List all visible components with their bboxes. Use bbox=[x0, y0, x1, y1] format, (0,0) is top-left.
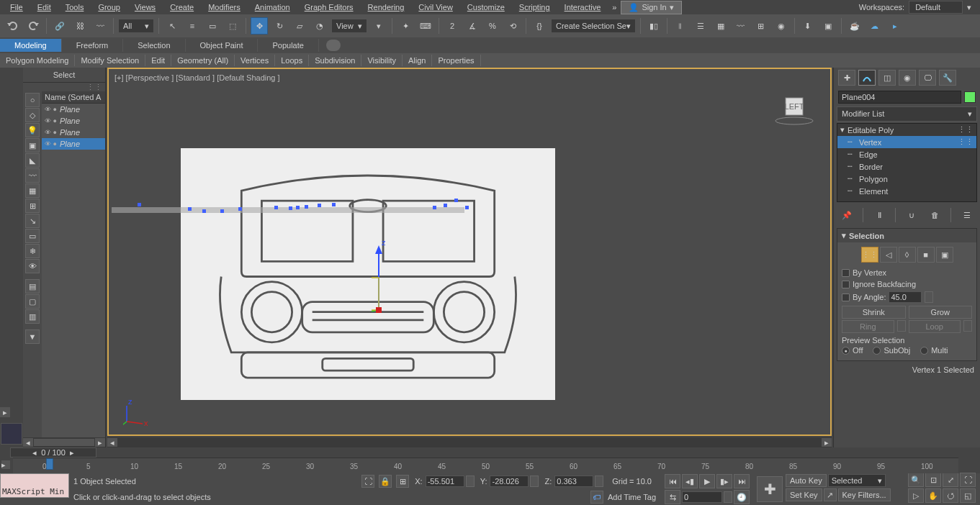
viewport-hscroll[interactable]: ◂ ▸ bbox=[107, 437, 832, 447]
time-config-button[interactable]: 🕘 bbox=[734, 490, 750, 504]
selection-rollout-header[interactable]: ▾Selection bbox=[837, 229, 976, 242]
vertex-point[interactable] bbox=[289, 206, 292, 210]
make-unique-button[interactable]: ∪ bbox=[904, 208, 919, 222]
stack-sub-border[interactable]: ┄Border bbox=[837, 160, 976, 173]
remove-modifier-button[interactable]: 🗑 bbox=[927, 208, 942, 222]
display-spacewarps-icon[interactable]: 〰 bbox=[25, 168, 40, 183]
utilities-tab[interactable]: 🔧 bbox=[939, 70, 956, 86]
layer-explorer-button[interactable]: ☰ bbox=[692, 17, 709, 35]
menu-create[interactable]: Create bbox=[163, 1, 201, 13]
display-invert-icon[interactable]: ▥ bbox=[25, 309, 40, 324]
prev-frame-icon[interactable]: ◂ bbox=[31, 449, 38, 456]
subobj-border-button[interactable]: ◊ bbox=[899, 247, 916, 263]
curve-editor-button[interactable]: 〰 bbox=[732, 17, 750, 35]
edit-named-sel-button[interactable]: {} bbox=[531, 17, 548, 35]
unlink-button[interactable]: ⛓ bbox=[71, 17, 89, 35]
workspaces-value[interactable]: Default bbox=[909, 1, 963, 14]
visibility-icon[interactable]: 👁 ● bbox=[45, 106, 57, 113]
spinner-snap-button[interactable]: ⟲ bbox=[504, 17, 521, 35]
next-frame-icon[interactable]: ▸ bbox=[68, 449, 76, 456]
menu-edit[interactable]: Edit bbox=[30, 1, 58, 13]
subobj-edge-button[interactable]: ◁ bbox=[880, 247, 897, 263]
show-end-result-button[interactable]: Ⅱ bbox=[872, 208, 886, 222]
named-selection-set[interactable]: Create Selection Se▾ bbox=[551, 19, 636, 33]
object-color-swatch[interactable] bbox=[964, 91, 976, 103]
display-lights-icon[interactable]: 💡 bbox=[25, 123, 40, 137]
x-coord-input[interactable]: X: bbox=[413, 476, 474, 487]
redo-button[interactable] bbox=[24, 17, 42, 35]
menu-customize[interactable]: Customize bbox=[460, 1, 512, 13]
preview-off-radio[interactable] bbox=[842, 347, 850, 355]
stack-sub-edge[interactable]: ┄Edge bbox=[837, 148, 976, 160]
display-all-icon[interactable]: ▤ bbox=[25, 279, 40, 294]
key-filters-button[interactable]: Key Filters... bbox=[838, 488, 891, 501]
select-move-button[interactable]: ✥ bbox=[251, 17, 268, 35]
render-setup-button[interactable]: ⬇ bbox=[799, 17, 817, 35]
menu-civil-view[interactable]: Civil View bbox=[411, 1, 459, 13]
ribbon-panel-vertices[interactable]: Vertices bbox=[235, 55, 275, 66]
display-xrefs-icon[interactable]: ⊞ bbox=[25, 199, 40, 213]
zoom-extents-all-button[interactable]: ⛶ bbox=[960, 473, 976, 487]
visibility-icon[interactable]: 👁 ● bbox=[45, 140, 57, 147]
ribbon-panel-edit[interactable]: Edit bbox=[145, 55, 171, 66]
align-button[interactable]: ⫴ bbox=[672, 17, 689, 35]
scene-item[interactable]: 👁 ●Plane bbox=[42, 115, 105, 127]
scene-column-header[interactable]: Name (Sorted A bbox=[42, 91, 105, 104]
zoom-all-button[interactable]: ⊡ bbox=[925, 473, 941, 487]
visibility-icon[interactable]: 👁 ● bbox=[45, 129, 57, 136]
vertex-point[interactable] bbox=[238, 207, 242, 211]
display-tab[interactable]: 🖵 bbox=[919, 70, 936, 86]
object-name-input[interactable] bbox=[838, 91, 961, 104]
selection-lock-button[interactable]: 🔒 bbox=[379, 475, 392, 488]
z-coord-input[interactable]: Z: bbox=[543, 476, 603, 487]
ribbon-tab-freeform[interactable]: Freeform bbox=[62, 39, 124, 52]
vertex-point[interactable] bbox=[274, 206, 278, 209]
vertex-point[interactable] bbox=[138, 203, 141, 206]
ignore-backfacing-checkbox[interactable]: Ignore Backfacing bbox=[842, 278, 972, 290]
key-settings-button[interactable]: ↗ bbox=[824, 488, 837, 501]
vertex-point[interactable] bbox=[318, 204, 321, 207]
modify-tab[interactable] bbox=[858, 70, 876, 86]
vertex-point[interactable] bbox=[188, 207, 192, 211]
display-groups-icon[interactable]: ▦ bbox=[25, 183, 40, 198]
angle-snap-button[interactable]: ∡ bbox=[464, 17, 481, 35]
vertex-point[interactable] bbox=[202, 209, 206, 213]
key-mode-button[interactable]: ⇆ bbox=[665, 490, 680, 504]
modifier-stack[interactable]: ▾Editable Poly⋮⋮ ┄Vertex⋮⋮ ┄Edge ┄Border… bbox=[837, 123, 977, 202]
ribbon-collapse-button[interactable] bbox=[326, 40, 341, 51]
menu-animation[interactable]: Animation bbox=[248, 1, 297, 13]
vertex-point[interactable] bbox=[454, 199, 458, 202]
time-tag-icon[interactable]: 🏷 bbox=[590, 491, 603, 504]
display-hidden-icon[interactable]: 👁 bbox=[25, 259, 40, 273]
hierarchy-tab[interactable]: ◫ bbox=[878, 70, 896, 86]
shrink-button[interactable]: Shrink bbox=[842, 306, 906, 319]
ribbon-tab-populate[interactable]: Populate bbox=[258, 39, 318, 52]
expand-panel-icon[interactable]: ▸ bbox=[0, 407, 10, 417]
display-container-icon[interactable]: ▭ bbox=[25, 229, 40, 243]
maxscript-listener[interactable]: MAXScript Min bbox=[0, 473, 69, 498]
scroll-left-icon[interactable]: ◂ bbox=[107, 438, 117, 447]
next-frame-button[interactable]: ▮▸ bbox=[716, 474, 732, 488]
absolute-relative-button[interactable]: ⊞ bbox=[396, 475, 409, 488]
ribbon-tab-selection[interactable]: Selection bbox=[123, 39, 185, 52]
maximize-viewport-button[interactable]: ◱ bbox=[960, 488, 976, 503]
menu-file[interactable]: File bbox=[3, 1, 30, 13]
vertex-point[interactable] bbox=[465, 206, 469, 209]
pivot-center-button[interactable]: ▾ bbox=[370, 17, 387, 35]
subobj-polygon-button[interactable]: ■ bbox=[917, 247, 935, 263]
subobj-vertex-button[interactable]: ⋮⋮ bbox=[861, 247, 878, 263]
current-frame-input[interactable] bbox=[682, 491, 722, 503]
vertex-point[interactable] bbox=[305, 205, 308, 209]
stack-sub-polygon[interactable]: ┄Polygon bbox=[837, 173, 976, 185]
ribbon-panel-properties[interactable]: Properties bbox=[432, 55, 480, 66]
window-crossing-button[interactable]: ⬚ bbox=[224, 17, 241, 35]
menu-tools[interactable]: Tools bbox=[58, 1, 91, 13]
select-object-button[interactable]: ↖ bbox=[163, 17, 181, 35]
spinner-icon[interactable] bbox=[595, 476, 603, 487]
display-helpers-icon[interactable]: ◣ bbox=[25, 153, 40, 168]
viewport[interactable]: [+] [Perspective ] [Standard ] [Default … bbox=[107, 68, 832, 436]
link-button[interactable]: 🔗 bbox=[51, 17, 68, 35]
display-shapes-icon[interactable]: ◇ bbox=[25, 108, 40, 122]
workspaces-selector[interactable]: Workspaces: Default ▾ bbox=[853, 1, 977, 14]
select-rotate-button[interactable]: ↻ bbox=[271, 17, 288, 35]
